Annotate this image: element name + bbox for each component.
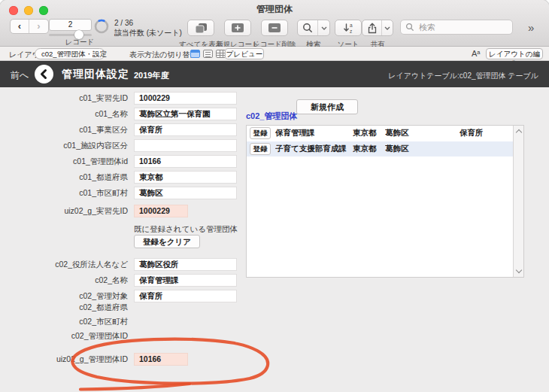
field-value-box[interactable]: 東京都 xyxy=(134,171,237,184)
svg-text:a: a xyxy=(350,23,353,28)
next-record-button[interactable]: › xyxy=(29,20,48,33)
field-value-box[interactable]: 保育管理課 xyxy=(134,274,237,287)
found-count: 2 / 36 xyxy=(114,19,133,27)
layout-selector[interactable]: c02_管理団体・設定 ⌄ xyxy=(35,48,105,59)
field-value-box[interactable]: 保育所 xyxy=(134,123,237,136)
share-dropdown-chevron-icon[interactable] xyxy=(381,20,393,35)
field-label: uiz02_g_実習先ID xyxy=(0,205,128,217)
preview-button[interactable]: プレビュー xyxy=(225,48,264,59)
portal-body: 登録保育管理課東京都葛飾区保育所登録子育て支援部育成課東京都葛飾区 xyxy=(247,126,514,277)
field-value-box[interactable]: 1000229 xyxy=(134,205,188,217)
share-icon xyxy=(362,20,381,35)
portal-cell-prefecture: 東京都 xyxy=(353,128,383,138)
find-button[interactable] xyxy=(297,20,330,36)
field-label: c01_管理団体id xyxy=(0,155,128,168)
field-value-box[interactable]: 葛飾区役所 xyxy=(134,258,237,271)
field-label: uiz02_g_管理団体ID xyxy=(0,353,128,366)
found-status: 該当件数 (未ソート) xyxy=(114,28,182,38)
registered-section-title: 既に登録されている管理団体 xyxy=(134,224,238,235)
field-value-box[interactable] xyxy=(134,139,237,152)
find-dropdown-chevron-icon[interactable] xyxy=(317,20,329,35)
fiscal-year-badge: 2019年度 xyxy=(134,70,168,81)
scroll-up-icon[interactable] xyxy=(515,129,521,135)
field-value-box[interactable]: 葛飾区 xyxy=(134,187,237,199)
scroll-down-icon[interactable] xyxy=(515,267,521,273)
previous-label: 前へ xyxy=(11,69,29,82)
field-value-box[interactable]: 10166 xyxy=(134,353,188,366)
field-value-box[interactable]: 1000229 xyxy=(134,92,237,105)
related-records-portal: 登録保育管理課東京都葛飾区保育所登録子育て支援部育成課東京都葛飾区 xyxy=(246,125,524,278)
field-value-box[interactable]: 葛飾区立第一保育園 xyxy=(134,108,237,120)
back-circle-button[interactable] xyxy=(35,65,53,84)
search-icon xyxy=(405,23,414,32)
field-label: c01_事業区分 xyxy=(0,123,128,136)
layout-bar: レイアウト: c02_管理団体・設定 ⌄ 表示方法の切り替え: プレビュー Aᵃ… xyxy=(0,47,549,61)
clear-registration-button[interactable]: 登録をクリア xyxy=(134,235,200,248)
show-all-button[interactable] xyxy=(187,20,214,36)
record-slider[interactable] xyxy=(49,34,92,36)
portal-cell-city: 葛飾区 xyxy=(385,128,438,138)
view-switch-label: 表示方法の切り替え: xyxy=(129,50,199,60)
previous-record-button[interactable]: ‹ xyxy=(11,20,29,33)
portal-cell-name: 子育て支援部育成課 xyxy=(275,144,350,154)
field-label: c02_都道府県 xyxy=(0,301,128,314)
portal-cell-city: 葛飾区 xyxy=(385,144,438,154)
field-label: c02_市区町村 xyxy=(0,315,128,328)
svg-text:z: z xyxy=(350,29,352,34)
portal-title: c02_管理団体 xyxy=(246,111,297,122)
field-value-box[interactable]: 10166 xyxy=(134,155,237,168)
list-view-icon[interactable] xyxy=(203,50,213,58)
stacked-records-icon xyxy=(193,23,208,34)
field-label: c01_都道府県 xyxy=(0,171,128,184)
layout-table-info: レイアウトテーブル:c02_管理団体 テーブル xyxy=(388,71,538,81)
current-record-input[interactable]: 2 xyxy=(49,19,92,31)
window-title: 管理団体 xyxy=(0,3,549,16)
page-title: 管理団体設定 xyxy=(62,68,129,81)
share-button[interactable] xyxy=(362,20,393,36)
sort-button[interactable]: a z xyxy=(335,20,362,36)
field-label: c02_名称 xyxy=(0,274,128,287)
delete-record-button[interactable] xyxy=(261,20,288,36)
field-label: c01_名称 xyxy=(0,108,128,120)
new-record-button[interactable] xyxy=(224,20,251,36)
portal-row[interactable]: 登録子育て支援部育成課東京都葛飾区 xyxy=(247,141,514,157)
view-switcher xyxy=(190,50,226,58)
field-label: c01_施設内容区分 xyxy=(0,139,128,152)
portal-row[interactable]: 登録保育管理課東京都葛飾区保育所 xyxy=(247,126,514,141)
portal-scrollbar[interactable] xyxy=(513,126,523,277)
find-tool: 検索 xyxy=(296,20,331,50)
create-new-button[interactable]: 新規作成 xyxy=(296,99,358,114)
layout-header-band: 前へ 管理団体設定 2019年度 レイアウトテーブル:c02_管理団体 テーブル xyxy=(0,61,549,87)
app-window: 管理団体 ‹ › 2 レコード 2 / 36 該当件数 (未ソート) xyxy=(0,0,549,392)
chevron-down-icon: ⌄ xyxy=(95,50,101,59)
quick-search-field[interactable] xyxy=(400,20,513,35)
found-set-pie-icon[interactable] xyxy=(93,18,110,35)
edit-layout-button[interactable]: レイアウトの編集 xyxy=(486,48,543,59)
window-chrome: 管理団体 ‹ › 2 レコード 2 / 36 該当件数 (未ソート) xyxy=(0,0,549,47)
formatting-bar-icon[interactable]: Aᵃ xyxy=(472,49,480,58)
delete-record-tool: レコード削除 xyxy=(250,20,299,50)
plus-record-icon xyxy=(231,23,244,33)
field-label: c02_管理団体ID xyxy=(0,330,128,342)
record-nav-control: ‹ › xyxy=(10,19,49,34)
search-input[interactable] xyxy=(417,22,508,32)
chevron-left-icon xyxy=(38,68,50,80)
minus-record-icon xyxy=(268,23,281,33)
register-button[interactable]: 登録 xyxy=(250,143,271,155)
portal-cell-prefecture: 東京都 xyxy=(353,144,383,154)
field-label: c01_実習先ID xyxy=(0,92,128,105)
field-value-box[interactable]: 保育所 xyxy=(134,290,237,302)
toolbar-overflow-button[interactable]: » xyxy=(528,21,532,34)
sort-az-icon: a z xyxy=(343,23,354,34)
form-view-icon[interactable] xyxy=(190,50,200,58)
portal-cell-target: 保育所 xyxy=(460,128,505,138)
share-tool: 共有 xyxy=(361,20,394,50)
register-button[interactable]: 登録 xyxy=(250,127,271,139)
field-label: c01_市区町村 xyxy=(0,187,128,199)
field-label: c02_役所法人名など xyxy=(0,258,128,271)
portal-cell-name: 保育管理課 xyxy=(275,128,350,138)
magnifier-icon xyxy=(298,20,317,35)
